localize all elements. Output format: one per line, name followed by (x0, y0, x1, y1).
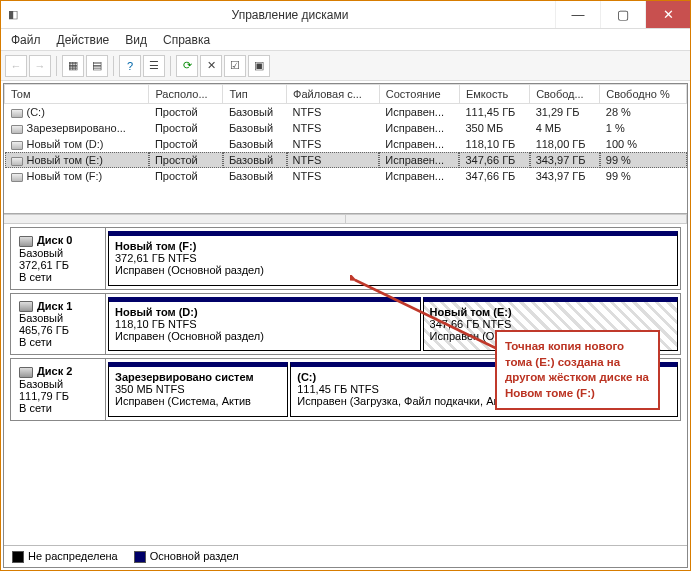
partition-size: 347,66 ГБ NTFS (430, 318, 671, 330)
drive-icon (11, 109, 23, 118)
disk-size: 111,79 ГБ (19, 390, 97, 402)
disk-type: Базовый (19, 247, 97, 259)
volume-table[interactable]: ТомРасполо...ТипФайловая с...СостояниеЕм… (4, 84, 687, 184)
col-cap[interactable]: Емкость (459, 85, 529, 104)
table-row[interactable]: Новый том (E:)ПростойБазовыйNTFSИсправен… (5, 152, 687, 168)
view2-icon[interactable]: ▤ (86, 55, 108, 77)
col-type[interactable]: Тип (223, 85, 287, 104)
legend-primary: Основной раздел (134, 550, 239, 563)
partition-title: Новый том (E:) (430, 306, 671, 318)
drive-icon (11, 173, 23, 182)
table-row[interactable]: (C:)ПростойБазовыйNTFSИсправен...111,45 … (5, 104, 687, 121)
view1-icon[interactable]: ▦ (62, 55, 84, 77)
table-row[interactable]: Зарезервировано...ПростойБазовыйNTFSИспр… (5, 120, 687, 136)
disk-size: 372,61 ГБ (19, 259, 97, 271)
disk-icon (19, 236, 33, 247)
annotation-callout: Точная копия нового тома (E:) создана на… (495, 330, 660, 410)
refresh-icon[interactable]: ⟳ (176, 55, 198, 77)
partition-title: Новый том (D:) (115, 306, 414, 318)
splitter[interactable] (4, 214, 687, 224)
menu-action[interactable]: Действие (51, 31, 116, 49)
partition-title: Новый том (F:) (115, 240, 671, 252)
col-pct[interactable]: Свободно % (600, 85, 687, 104)
tool4-icon[interactable]: ☰ (143, 55, 165, 77)
drive-icon (11, 141, 23, 150)
app-icon: ◧ (1, 8, 25, 21)
col-status[interactable]: Состояние (379, 85, 459, 104)
maximize-button[interactable]: ▢ (600, 1, 645, 28)
menu-help[interactable]: Справка (157, 31, 216, 49)
partition-size: 118,10 ГБ NTFS (115, 318, 414, 330)
tool8-icon[interactable]: ▣ (248, 55, 270, 77)
table-row[interactable]: Новый том (F:)ПростойБазовыйNTFSИсправен… (5, 168, 687, 184)
disk-name: Диск 2 (37, 365, 72, 377)
delete-icon[interactable]: ✕ (200, 55, 222, 77)
partition-size: 372,61 ГБ NTFS (115, 252, 671, 264)
window-title: Управление дисками (25, 8, 555, 22)
menu-file[interactable]: Файл (5, 31, 47, 49)
disk-icon (19, 367, 33, 378)
drive-icon (11, 125, 23, 134)
legend-unallocated: Не распределена (12, 550, 118, 563)
minimize-button[interactable]: — (555, 1, 600, 28)
disk-size: 465,76 ГБ (19, 324, 97, 336)
help-icon[interactable]: ? (119, 55, 141, 77)
col-fs[interactable]: Файловая с... (287, 85, 380, 104)
disk-name: Диск 1 (37, 300, 72, 312)
partition[interactable]: Новый том (F:)372,61 ГБ NTFSИсправен (Ос… (108, 231, 678, 286)
disk-name: Диск 0 (37, 234, 72, 246)
partition-status: Исправен (Система, Актив (115, 395, 281, 407)
disk-icon (19, 301, 33, 312)
disk-state: В сети (19, 271, 97, 283)
drive-icon (11, 157, 23, 166)
col-free[interactable]: Свобод... (530, 85, 600, 104)
partition-status: Исправен (Основной раздел) (115, 330, 414, 342)
partition-size: 350 МБ NTFS (115, 383, 281, 395)
col-vol[interactable]: Том (5, 85, 149, 104)
partition-status: Исправен (Основной раздел) (115, 264, 671, 276)
close-button[interactable]: ✕ (645, 1, 690, 28)
table-row[interactable]: Новый том (D:)ПростойБазовыйNTFSИсправен… (5, 136, 687, 152)
back-icon: ← (5, 55, 27, 77)
partition[interactable]: Зарезервировано систем350 МБ NTFSИсправе… (108, 362, 288, 417)
disk-type: Базовый (19, 312, 97, 324)
disk-row: Диск 0Базовый372,61 ГБВ сетиНовый том (F… (10, 227, 681, 290)
disk-state: В сети (19, 402, 97, 414)
partition[interactable]: Новый том (D:)118,10 ГБ NTFSИсправен (Ос… (108, 297, 421, 352)
partition-title: Зарезервировано систем (115, 371, 281, 383)
disk-type: Базовый (19, 378, 97, 390)
props-icon[interactable]: ☑ (224, 55, 246, 77)
col-layout[interactable]: Располо... (149, 85, 223, 104)
forward-icon: → (29, 55, 51, 77)
disk-state: В сети (19, 336, 97, 348)
menu-view[interactable]: Вид (119, 31, 153, 49)
